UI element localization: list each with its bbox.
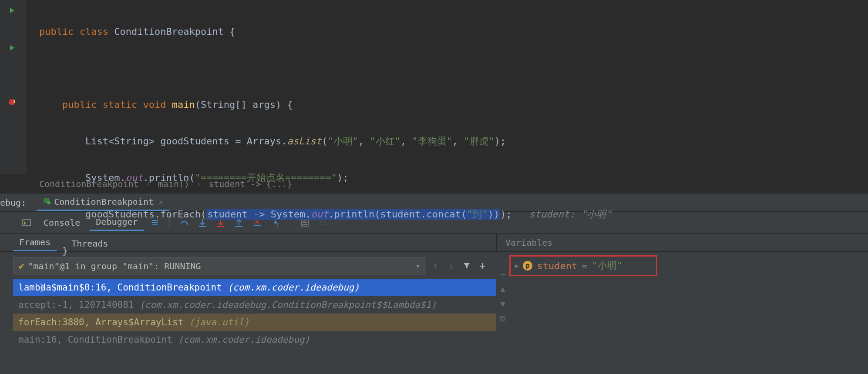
run-method-icon[interactable] [9,43,17,51]
code-line: } [39,242,868,260]
code-line [39,59,868,77]
check-icon: ✔ [19,260,24,271]
code-line: } [39,278,868,297]
editor-gutter [0,0,26,174]
conditional-breakpoint-icon[interactable] [8,98,16,106]
open-console-icon[interactable] [19,215,34,230]
code-line: System.out.println("========开始点名========… [39,169,868,187]
code-area[interactable]: public class ConditionBreakpoint { publi… [26,0,868,174]
trace-current-stream-icon[interactable] [316,215,330,230]
stack-frame[interactable]: main:16, ConditionBreakpoint (com.xm.cod… [13,331,496,348]
code-breakpoint-line: goodStudents.forEach(student -> System.o… [39,205,868,224]
code-line: public static void main(String[] args) { [39,96,868,114]
debug-title: ebug: [0,197,26,208]
code-line: List<String> goodStudents = Arrays.asLis… [39,132,868,150]
code-editor[interactable]: public class ConditionBreakpoint { publi… [0,0,868,174]
run-class-icon[interactable] [9,6,17,14]
svg-rect-3 [23,220,30,226]
code-line: public class ConditionBreakpoint { [39,23,868,41]
